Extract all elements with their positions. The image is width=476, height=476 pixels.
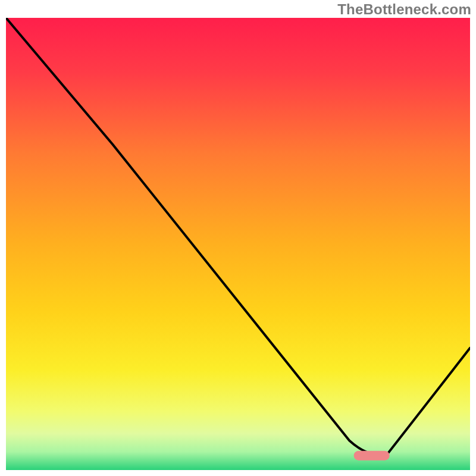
chart-container: TheBottleneck.com [0,0,476,476]
bottleneck-chart [6,18,470,470]
optimal-marker [354,451,390,461]
plot-background [6,18,470,470]
watermark-label: TheBottleneck.com [337,1,471,18]
